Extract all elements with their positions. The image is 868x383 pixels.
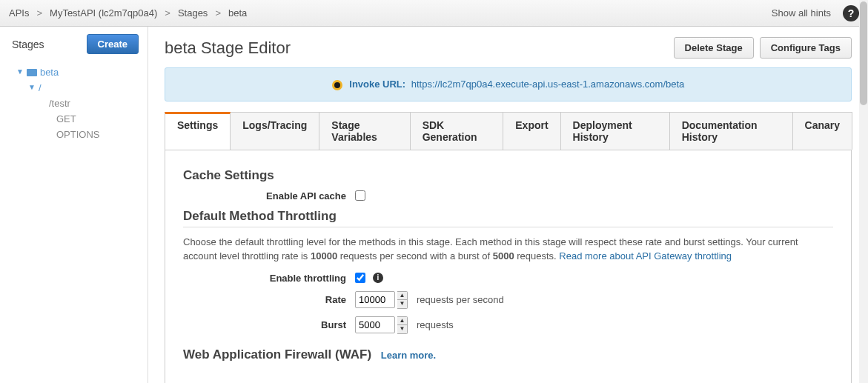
tab-stage-variables[interactable]: Stage Variables: [319, 112, 410, 150]
enable-cache-checkbox[interactable]: [355, 190, 365, 201]
rate-input[interactable]: [355, 291, 395, 308]
tree-method-get[interactable]: GET: [0, 111, 148, 127]
vertical-scrollbar[interactable]: [859, 0, 868, 383]
invoke-url-banner: Invoke URL: https://lc2m7qp0a4.execute-a…: [165, 67, 852, 101]
waf-learn-more-link[interactable]: Learn more.: [381, 350, 436, 361]
tree-method-options[interactable]: OPTIONS: [0, 127, 148, 142]
help-icon[interactable]: ?: [843, 5, 859, 21]
tree-resource-label: /testr: [49, 98, 70, 109]
invoke-url-label: Invoke URL:: [349, 79, 405, 90]
chevron-right-icon: >: [165, 7, 170, 19]
main-panel: beta Stage Editor Delete Stage Configure…: [148, 27, 868, 383]
breadcrumb-stage-name[interactable]: beta: [228, 7, 247, 19]
tree-resource-testr[interactable]: /testr: [0, 96, 148, 111]
show-all-hints-link[interactable]: Show all hints: [772, 7, 831, 19]
tab-deployment-history[interactable]: Deployment History: [560, 112, 670, 150]
breadcrumb-api-name[interactable]: MyTestAPI (lc2m7qp0a4): [50, 7, 157, 19]
create-button[interactable]: Create: [87, 34, 139, 54]
caret-down-icon: ▼: [16, 67, 24, 76]
spinner-up-icon[interactable]: ▲: [397, 292, 407, 301]
spinner-down-icon[interactable]: ▼: [397, 325, 407, 333]
burst-spinner[interactable]: ▲▼: [397, 316, 408, 334]
throttling-heading: Default Method Throttling: [183, 209, 833, 227]
breadcrumb: APIs > MyTestAPI (lc2m7qp0a4) > Stages >…: [9, 7, 247, 19]
tab-documentation-history[interactable]: Documentation History: [669, 112, 793, 150]
enable-cache-label: Enable API cache: [183, 190, 355, 202]
rate-unit: requests per second: [417, 294, 504, 305]
burst-unit: requests: [417, 319, 454, 330]
stages-tree: ▼ beta ▼ / /testr GET OPTIONS: [0, 61, 148, 145]
target-icon: [332, 80, 342, 90]
breadcrumb-apis[interactable]: APIs: [9, 7, 29, 19]
tab-settings[interactable]: Settings: [165, 112, 231, 150]
waf-heading: Web Application Firewall (WAF) Learn mor…: [183, 347, 436, 362]
breadcrumb-stages[interactable]: Stages: [178, 7, 208, 19]
scrollbar-thumb[interactable]: [860, 1, 867, 105]
tree-root-label: /: [39, 82, 42, 93]
configure-tags-button[interactable]: Configure Tags: [760, 37, 852, 59]
invoke-url-link[interactable]: https://lc2m7qp0a4.execute-api.us-east-1…: [411, 79, 685, 90]
settings-panel: Cache Settings Enable API cache Default …: [165, 150, 852, 383]
chevron-right-icon: >: [36, 7, 42, 19]
rate-label: Rate: [183, 294, 355, 305]
tree-method-label: GET: [56, 113, 76, 124]
spinner-down-icon[interactable]: ▼: [397, 300, 407, 308]
enable-throttling-label: Enable throttling: [183, 273, 355, 284]
throttling-description: Choose the default throttling level for …: [183, 235, 833, 264]
sidebar-title: Stages: [12, 39, 44, 50]
spinner-up-icon[interactable]: ▲: [397, 317, 407, 326]
cache-settings-heading: Cache Settings: [183, 168, 833, 183]
info-icon[interactable]: i: [373, 273, 383, 283]
tab-canary[interactable]: Canary: [792, 112, 852, 150]
enable-throttling-checkbox[interactable]: [355, 273, 365, 283]
tree-root-resource[interactable]: ▼ /: [0, 80, 148, 96]
tab-sdk-generation[interactable]: SDK Generation: [410, 112, 504, 150]
burst-label: Burst: [183, 319, 355, 330]
chevron-right-icon: >: [215, 7, 221, 19]
throttling-read-more-link[interactable]: Read more about API Gateway throttling: [559, 250, 732, 262]
burst-input[interactable]: [355, 316, 395, 333]
rate-spinner[interactable]: ▲▼: [397, 291, 408, 309]
page-title: beta Stage Editor: [165, 39, 291, 58]
caret-down-icon: ▼: [28, 83, 36, 91]
tab-export[interactable]: Export: [503, 112, 560, 150]
tree-stage-beta[interactable]: ▼ beta: [0, 64, 148, 80]
tree-stage-label: beta: [40, 67, 59, 78]
delete-stage-button[interactable]: Delete Stage: [674, 37, 754, 59]
top-bar: APIs > MyTestAPI (lc2m7qp0a4) > Stages >…: [0, 0, 868, 27]
tree-method-label: OPTIONS: [56, 129, 100, 140]
tab-logs-tracing[interactable]: Logs/Tracing: [230, 112, 319, 150]
stage-icon: [27, 69, 37, 76]
tabs: Settings Logs/Tracing Stage Variables SD…: [165, 112, 852, 150]
sidebar: Stages Create ▼ beta ▼ / /testr GET OPTI…: [0, 27, 148, 383]
